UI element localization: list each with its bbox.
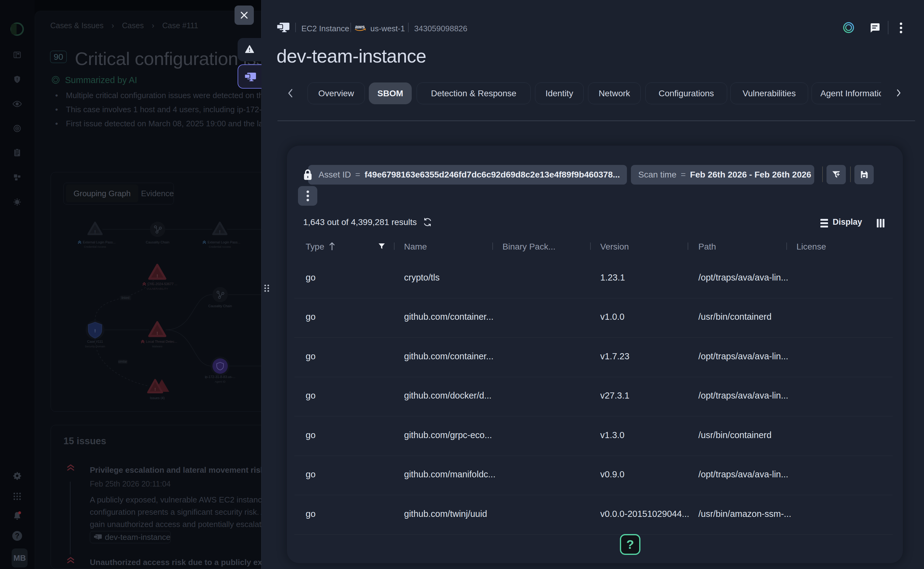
svg-text:!: ! <box>94 328 96 333</box>
svg-text:Security Domain: Security Domain <box>85 345 105 348</box>
svg-text:Malware: Malware <box>152 345 163 348</box>
svg-text:VULNERABILITY: VULNERABILITY <box>147 287 168 290</box>
svg-text:similar: similar <box>119 360 128 363</box>
svg-text:Causality Chain: Causality Chain <box>146 240 169 244</box>
svg-text:CVE-2024-53677 ...: CVE-2024-53677 ... <box>147 282 177 286</box>
svg-text:!: ! <box>155 387 156 392</box>
svg-text:linked: linked <box>122 296 129 300</box>
svg-text:!: ! <box>219 229 221 234</box>
svg-text:Local Threat Detec...: Local Threat Detec... <box>146 340 177 343</box>
svg-text:External Login Pass...: External Login Pass... <box>83 240 116 244</box>
svg-text:Causality Chain: Causality Chain <box>208 304 232 308</box>
svg-text:External Login Pass...: External Login Pass... <box>208 240 240 244</box>
svg-text:Case #111: Case #111 <box>87 340 103 343</box>
svg-text:Issues (4): Issues (4) <box>150 396 165 400</box>
svg-text:!: ! <box>157 330 158 336</box>
svg-text:ip-172-31-8-83.us-...: ip-172-31-8-83.us-... <box>205 375 236 379</box>
svg-text:!: ! <box>94 229 96 234</box>
svg-text:Credential Access: Credential Access <box>209 245 231 248</box>
svg-text:!: ! <box>157 273 158 278</box>
svg-text:Agent ID: Agent ID <box>214 380 226 383</box>
svg-text:Credential Access: Credential Access <box>84 245 106 248</box>
